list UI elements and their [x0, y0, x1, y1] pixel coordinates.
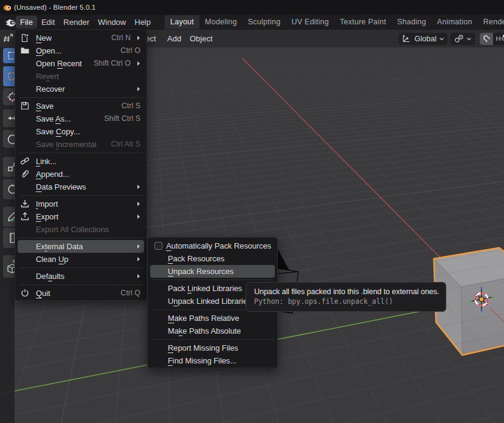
workspace-tabs: LayoutModelingSculptingUV EditingTexture… — [165, 15, 504, 30]
external-data-item-make-paths-relative[interactable]: Make Paths Relative — [150, 312, 275, 325]
menu-item-label: New — [36, 33, 52, 43]
viewport-menu-object[interactable]: Object — [190, 30, 213, 47]
submenu-arrow-icon — [134, 201, 140, 207]
workspace-tab-animation[interactable]: Animation — [432, 15, 478, 29]
workspace-tab-texture-paint[interactable]: Texture Paint — [334, 15, 392, 29]
checkbox-unchecked[interactable] — [154, 242, 162, 250]
file-menu-item-save-copy[interactable]: Save Copy... — [18, 125, 144, 138]
menu-item-shortcut: Ctrl O — [120, 46, 140, 55]
menubar-help[interactable]: Help — [130, 16, 155, 29]
file-menu-item-external-data[interactable]: External Data — [18, 240, 144, 253]
menu-icon-spacer — [154, 313, 168, 323]
power-icon — [20, 288, 36, 298]
magnet-icon — [482, 34, 491, 43]
file-menu-item-save-as[interactable]: Save As...Shift Ctrl S — [18, 112, 144, 125]
import-arrow-icon — [20, 199, 36, 208]
menu-item-shortcut: Ctrl S — [122, 101, 140, 110]
menu-icon-spacer — [20, 271, 36, 281]
menu-item-label: Link... — [36, 157, 57, 166]
snap-toggle-button[interactable] — [480, 33, 493, 45]
external-data-item-unpack-resources[interactable]: Unpack Resources — [150, 265, 275, 278]
menu-item-label: Automatically Pack Resources — [166, 241, 271, 250]
menu-icon-spacer — [154, 283, 168, 293]
submenu-arrow-icon — [134, 214, 140, 219]
submenu-arrow-icon — [134, 244, 140, 249]
workspace-tab-layout[interactable]: Layout — [165, 15, 199, 29]
menu-icon-spacer — [154, 253, 168, 263]
menu-icon-spacer — [20, 84, 36, 94]
menubar-window[interactable]: Window — [94, 16, 130, 29]
file-menu-item-export[interactable]: Export — [18, 210, 144, 223]
transform-pivot-dropdown[interactable] — [450, 33, 475, 45]
file-menu-item-append[interactable]: Append... — [18, 168, 144, 181]
menu-item-label: Open Recent — [36, 59, 82, 68]
file-menu-dropdown: NewCtrl NOpen...Ctrl OOpen RecentShift C… — [15, 29, 147, 301]
tool-shelf — [0, 47, 15, 423]
snap-mode-dropdown[interactable] — [493, 33, 504, 45]
snapping-controls — [480, 33, 504, 45]
file-menu-item-link[interactable]: Link... — [18, 155, 144, 168]
menu-separator — [151, 339, 274, 340]
menu-icon-spacer — [154, 326, 168, 335]
external-data-item-automatically-pack-resources[interactable]: Automatically Pack Resources — [150, 239, 275, 252]
file-menu-item-clean-up[interactable]: Clean Up — [18, 253, 144, 266]
workspace-tab-rendering[interactable]: Rendering — [478, 15, 504, 29]
file-menu-item-quit[interactable]: QuitCtrl Q — [18, 287, 144, 300]
menu-item-label: Report Missing Files — [168, 343, 238, 352]
menu-item-label: Make Paths Relative — [168, 314, 239, 323]
external-data-item-report-missing-files[interactable]: Report Missing Files — [150, 342, 275, 354]
menu-item-label: Save Incremental — [36, 140, 97, 149]
workspace-tab-modeling[interactable]: Modeling — [199, 15, 243, 29]
file-menu-item-revert: Revert — [18, 70, 144, 83]
menubar-render[interactable]: Render — [59, 16, 94, 29]
menu-separator — [19, 97, 143, 98]
file-menu-item-recover[interactable]: Recover — [18, 83, 144, 95]
menu-item-shortcut: Ctrl Q — [120, 289, 140, 297]
menu-separator — [19, 284, 143, 285]
window-title: (Unsaved) - Blender 5.0.1 — [14, 4, 95, 11]
menubar-edit[interactable]: Edit — [37, 16, 59, 29]
blender-icon — [5, 18, 16, 27]
external-data-item-pack-resources[interactable]: Pack Resources — [150, 252, 275, 265]
file-menu-item-open-recent[interactable]: Open RecentShift Ctrl O — [18, 57, 144, 70]
submenu-arrow-icon — [134, 184, 140, 190]
external-data-item-find-missing-files[interactable]: Find Missing Files... — [150, 354, 275, 367]
transform-orientation-dropdown[interactable]: Global — [399, 33, 447, 45]
link-chain-icon — [20, 156, 36, 166]
file-menu-item-save[interactable]: SaveCtrl S — [18, 100, 144, 112]
workspace-tab-shading[interactable]: Shading — [392, 15, 432, 29]
file-menu-item-defaults[interactable]: Defaults — [18, 270, 144, 283]
export-arrow-icon — [20, 212, 36, 221]
menu-icon-spacer — [154, 356, 168, 365]
menubar-file[interactable]: File — [16, 16, 37, 29]
menu-item-label: Save Copy... — [36, 127, 80, 136]
viewport-menu-add[interactable]: Add — [167, 30, 181, 47]
menu-item-label: Quit — [36, 289, 50, 298]
blender-menu-button[interactable] — [5, 16, 16, 29]
menu-icon-spacer — [20, 241, 36, 251]
save-floppy-icon — [20, 101, 36, 111]
menu-item-label: Pack Resources — [168, 254, 224, 263]
menu-item-label: Save As... — [36, 114, 71, 123]
menu-icon-spacer — [154, 296, 168, 306]
tooltip: Unpack all files packed into this .blend… — [246, 282, 446, 312]
workspace-tab-uv-editing[interactable]: UV Editing — [286, 15, 334, 29]
topbar: FileEditRenderWindowHelp LayoutModelingS… — [0, 15, 504, 30]
workspace-tab-sculpting[interactable]: Sculpting — [243, 15, 286, 29]
file-menu-item-new[interactable]: NewCtrl N — [18, 32, 144, 44]
external-data-item-make-paths-absolute[interactable]: Make Paths Absolute — [150, 325, 275, 337]
submenu-arrow-icon — [134, 256, 140, 262]
menu-icon-spacer — [20, 71, 36, 81]
file-menu-item-data-previews[interactable]: Data Previews — [18, 181, 144, 193]
file-menu-item-import[interactable]: Import — [18, 198, 144, 210]
menu-icon-spacer — [20, 224, 36, 234]
menu-item-label: Revert — [36, 72, 59, 81]
tooltip-description: Unpack all files packed into this .blend… — [254, 287, 438, 296]
file-menu-item-open[interactable]: Open...Ctrl O — [18, 44, 144, 57]
snap-increment-icon — [495, 34, 504, 43]
menu-item-shortcut: Ctrl N — [111, 33, 131, 42]
menu-icon-spacer — [20, 126, 36, 136]
paperclip-icon — [20, 169, 36, 179]
editor-type-selector[interactable] — [2, 33, 15, 47]
menu-icon-spacer — [20, 139, 36, 149]
